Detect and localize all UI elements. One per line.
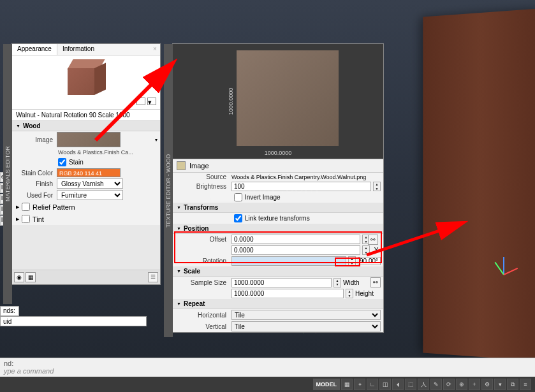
status-menu-icon[interactable]: ≡: [520, 379, 531, 390]
brightness-label: Brightness: [175, 183, 231, 190]
finish-dropdown[interactable]: Glossy Varnish: [57, 178, 123, 189]
relief-checkbox[interactable]: [22, 203, 30, 211]
link-icon[interactable]: ⚯: [368, 235, 378, 245]
footer-grid-icon[interactable]: ▦: [26, 272, 36, 282]
status-osnap-icon[interactable]: ⬚: [405, 379, 416, 390]
offset-label: Offset: [175, 236, 231, 243]
used-for-dropdown[interactable]: Furniture: [57, 190, 123, 200]
vertical-label: Vertical: [175, 323, 231, 330]
preview-dropdown-icon[interactable]: ▾: [147, 98, 156, 105]
used-for-label: Used For: [15, 192, 57, 199]
offset-y-input[interactable]: [231, 245, 360, 255]
horizontal-label: Horizontal: [175, 312, 231, 319]
preview-dim-horizontal: 1000.0000: [265, 150, 292, 156]
status-dyn-icon[interactable]: 人: [418, 379, 429, 390]
texture-swatch: [237, 50, 339, 146]
vertical-repeat-dropdown[interactable]: Tile: [231, 321, 381, 331]
horizontal-repeat-dropdown[interactable]: Tile: [231, 310, 381, 320]
link-icon[interactable]: ⚯: [370, 277, 381, 287]
rotation-input[interactable]: [231, 256, 346, 266]
stain-color-swatch[interactable]: RGB 240 114 41: [57, 168, 121, 177]
status-plus-icon[interactable]: +: [469, 379, 480, 390]
gizmo-z-axis: [503, 257, 504, 275]
status-gear-icon[interactable]: ⚙: [481, 379, 493, 390]
link-transforms-checkbox[interactable]: [234, 214, 242, 222]
sample-size-label: Sample Size: [175, 279, 231, 286]
status-polar-icon[interactable]: ◫: [379, 379, 391, 390]
section-scale[interactable]: Scale: [173, 266, 383, 277]
tab-appearance[interactable]: Appearance: [12, 44, 57, 55]
texture-editor-title: TEXTURE EDITOR - WOOD: [164, 44, 173, 337]
texture-editor-panel: TEXTURE EDITOR - WOOD × 1000.0000 1000.0…: [172, 43, 384, 333]
sample-w-spinner[interactable]: ▲▼: [333, 278, 341, 287]
model-button[interactable]: MODEL: [313, 379, 341, 390]
preview-cube: [66, 59, 106, 96]
source-label: Source: [175, 173, 231, 180]
stain-checkbox[interactable]: [58, 158, 66, 166]
source-value: Woods & Plastics.Finish Carpentry.Wood.W…: [231, 174, 366, 180]
brightness-input[interactable]: [231, 182, 371, 191]
status-max-icon[interactable]: ⧉: [507, 379, 518, 390]
gizmo-x-axis: [504, 268, 518, 275]
tab-information[interactable]: Information: [57, 44, 99, 55]
materials-editor-panel: MATERIALS EDITOR × Appearance Informatio…: [11, 43, 161, 285]
status-ortho-icon[interactable]: ∟: [367, 379, 378, 390]
view-gizmo[interactable]: [490, 249, 516, 275]
height-label: Height: [355, 290, 381, 297]
section-transforms[interactable]: Transforms: [173, 203, 383, 213]
footer-menu-icon[interactable]: ☰: [148, 272, 158, 282]
image-dropdown-icon[interactable]: ▾: [155, 137, 158, 143]
rotation-label: Rotation: [175, 258, 231, 265]
section-tint[interactable]: Tint: [12, 213, 160, 225]
status-bar: MODEL ▦ ⌖ ∟ ◫ ⏴ ⬚ 人 ✎ ⟳ ⊕ + ⚙ ▾ ⧉ ≡: [0, 377, 535, 392]
command-line[interactable]: nd: ype a command: [0, 358, 535, 377]
footer-mat-icon[interactable]: ◉: [14, 272, 24, 282]
offset-x-input[interactable]: [231, 235, 360, 244]
section-image[interactable]: Image: [173, 159, 383, 173]
sample-width-input[interactable]: [231, 278, 332, 287]
section-wood[interactable]: Wood: [12, 121, 160, 131]
link-transforms-label: Link texture transforms: [245, 215, 310, 222]
cmd-nd: nd:: [4, 359, 531, 367]
status-3dosnap-icon[interactable]: ⊕: [456, 379, 467, 390]
wood-panel-3d: [423, 8, 535, 361]
tint-checkbox[interactable]: [22, 215, 30, 223]
invert-checkbox[interactable]: [234, 193, 242, 201]
texture-preview: 1000.0000 1000.0000: [173, 44, 383, 159]
section-repeat[interactable]: Repeat: [173, 299, 383, 309]
preview-shape-button[interactable]: [136, 98, 145, 105]
status-grid-icon[interactable]: ▦: [341, 379, 353, 390]
brightness-spinner[interactable]: ▲▼: [373, 182, 381, 191]
sample-height-input[interactable]: [231, 289, 344, 298]
stain-label: Stain: [69, 159, 84, 166]
preview-dim-vertical: 1000.0000: [228, 88, 234, 115]
image-swatch[interactable]: [57, 132, 121, 147]
sample-h-spinner[interactable]: ▲▼: [346, 289, 353, 298]
finish-label: Finish: [15, 180, 57, 187]
width-label: Width: [343, 279, 369, 286]
close-icon[interactable]: ×: [151, 45, 159, 53]
image-caption: Woods & Plastics.Finish Ca...: [12, 148, 160, 157]
rotation-value: 90.00°: [358, 257, 381, 265]
material-preview: ▾: [12, 55, 160, 110]
nds-label: nds:: [0, 306, 19, 316]
stain-color-label: Stain Color: [15, 170, 57, 177]
offset-y-spinner[interactable]: ▲▼: [362, 245, 370, 255]
status-dropdown-icon[interactable]: ▾: [494, 379, 506, 390]
status-iso-icon[interactable]: ⏴: [392, 379, 404, 390]
status-snap-icon[interactable]: ⌖: [354, 379, 365, 390]
rotation-spinner[interactable]: ▲▼: [348, 256, 356, 266]
materials-editor-title: MATERIALS EDITOR: [3, 44, 12, 304]
section-position[interactable]: Position: [173, 224, 383, 234]
material-name: Walnut - Natural Rotation 90 Scale 1000: [12, 110, 160, 121]
status-cycle-icon[interactable]: ⟳: [443, 379, 455, 390]
y-axis-label: Y: [372, 247, 381, 254]
image-label: Image: [15, 136, 57, 143]
materials-editor-tabs: Appearance Information: [12, 44, 160, 55]
command-prompt: ype a command: [4, 367, 531, 375]
image-icon: [177, 161, 186, 170]
status-lwt-icon[interactable]: ✎: [430, 379, 442, 390]
invert-label: Invert Image: [245, 194, 281, 201]
uid-input[interactable]: [0, 316, 147, 326]
section-relief-pattern[interactable]: Relief Pattern: [12, 201, 160, 213]
